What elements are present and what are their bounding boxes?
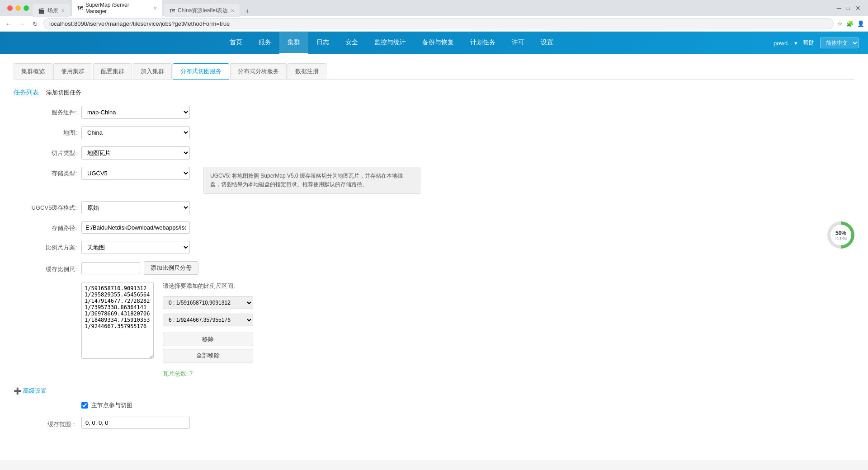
advanced-settings-section: ➕ 高级设置 主节点参与切图 缓存范围： [14,387,420,429]
tile-count: 瓦片总数: 7 [163,370,253,378]
storage-type-select[interactable]: UGCV5 [81,167,190,180]
ugcv5-format-label: UGCV5缓存格式: [14,201,77,212]
bookmark-icon[interactable]: ☆ [837,20,843,27]
window-maximize-icon[interactable]: □ [847,5,850,11]
ugcv5-format-select[interactable]: 原始 [81,201,190,214]
nav-item-home[interactable]: 首页 [222,32,250,54]
nav-item-settings[interactable]: 设置 [533,32,561,54]
storage-path-control [81,221,262,234]
storage-path-label: 存储路径: [14,221,77,232]
remove-all-button[interactable]: 全部移除 [163,349,253,362]
cached-scale-row: 缓存比例尺: 添加比例尺分母 [14,261,420,275]
progress-percent: 50% [835,230,846,236]
tile-count-label: 瓦片总数: [163,370,188,377]
range-end-row: 6 : 1/9244667.357955176 [163,314,253,326]
nav-right-panel: powd... ▾ 帮助 简体中文 [774,38,859,48]
remove-button[interactable]: 移除 [163,333,253,346]
scale-list-spacer [14,282,77,285]
forward-button[interactable]: → [17,19,27,29]
progress-ring: 50% ↑0.1K/s [827,221,854,249]
browser-tab-scene[interactable]: 🎬 场景 ✕ [33,4,70,17]
main-content: 集群概览 使用集群 配置集群 加入集群 分布式切图服务 分布式分析服务 数据注册… [0,54,868,460]
scale-right-panel: 请选择要添加的比例尺区间: 0 : 1/591658710.9091312 6 … [163,282,253,378]
map-select[interactable]: China [81,126,190,139]
nav-item-backup[interactable]: 备份与恢复 [414,32,462,54]
range-start-select[interactable]: 0 : 1/591658710.9091312 [163,296,253,309]
tab-label-scene: 场景 [47,7,58,14]
master-node-row: 主节点参与切图 [14,401,420,409]
advanced-settings-content: 主节点参与切图 缓存范围： [14,401,420,429]
ugcv5-format-row: UGCV5缓存格式: 原始 [14,201,420,214]
user-dropdown-icon: ▾ [794,40,797,47]
nav-item-log[interactable]: 日志 [308,32,337,54]
breadcrumb-link[interactable]: 任务列表 [14,89,39,97]
scale-list-textarea[interactable]: 1/591658710.9091312 1/295829355.45456564… [81,282,154,359]
profile-icon[interactable]: 👤 [857,20,864,27]
tab-close-iserver[interactable]: ✕ [153,6,157,11]
tab-close-china[interactable]: ✕ [231,8,234,13]
tab-analysis-service[interactable]: 分布式分析服务 [230,63,287,79]
scale-scheme-select[interactable]: 天地图 [81,241,190,254]
scale-list-container: 1/591658710.9091312 1/295829355.45456564… [81,282,253,378]
ugcv5-format-control: 原始 [81,201,262,214]
scale-scheme-row: 比例尺方案: 天地图 [14,241,420,254]
user-dropdown[interactable]: powd... ▾ [774,40,797,47]
window-minimize-icon[interactable]: ─ [837,5,841,12]
browser-min-btn[interactable] [15,5,21,11]
tab-close-scene[interactable]: ✕ [61,8,65,13]
add-scale-button[interactable]: 添加比例尺分母 [144,261,198,275]
extensions-icon[interactable]: 🧩 [846,20,854,27]
master-node-label: 主节点参与切图 [91,401,132,409]
cache-range-control [81,417,262,429]
window-close-icon[interactable]: ✕ [855,5,861,12]
slice-type-control: 地图瓦片 [81,146,262,160]
cache-range-input[interactable] [81,417,190,429]
tab-favicon-china: 🗺 [170,8,175,14]
progress-inner: 50% ↑0.1K/s [830,225,851,245]
cached-scale-label: 缓存比例尺: [14,263,77,273]
nav-item-services[interactable]: 服务 [250,32,279,54]
browser-tab-iserver[interactable]: 🗺 SuperMap iServer Manager ✕ [72,0,162,17]
service-component-select[interactable]: map-China [81,106,190,119]
progress-sublabel: ↑0.1K/s [835,236,847,240]
new-tab-button[interactable]: + [241,5,253,17]
storage-path-input[interactable] [81,221,190,234]
tab-data-registration[interactable]: 数据注册 [288,63,326,79]
service-component-control: map-China [81,106,262,119]
tab-tile-service[interactable]: 分布式切图服务 [173,63,229,80]
help-link[interactable]: 帮助 [803,39,815,47]
tab-favicon-iserver: 🗺 [77,5,83,11]
range-end-select[interactable]: 6 : 1/9244667.357955176 [163,314,253,326]
cached-scale-input[interactable] [81,262,140,274]
scale-list-row: 1/591658710.9091312 1/295829355.45456564… [14,282,420,378]
tab-label-iserver: SuperMap iServer Manager [85,2,151,14]
master-node-spacer [14,404,77,407]
tab-join-cluster[interactable]: 加入集群 [133,63,172,79]
tab-config-cluster[interactable]: 配置集群 [93,63,132,79]
browser-tab-bar: 🎬 场景 ✕ 🗺 SuperMap iServer Manager ✕ 🗺 Ch… [0,0,868,16]
back-button[interactable]: ← [4,19,14,29]
tab-use-cluster[interactable]: 使用集群 [53,63,92,79]
storage-type-control: UGCV5 [81,167,190,180]
storage-type-label: 存储类型: [14,167,77,178]
nav-menu: 首页 服务 集群 日志 安全 监控与统计 备份与恢复 计划任务 许可 设置 [9,32,774,54]
tab-cluster-overview[interactable]: 集群概览 [14,63,52,79]
service-component-label: 服务组件: [14,106,77,117]
slice-type-select[interactable]: 地图瓦片 [81,146,190,160]
address-bar: ← → ↻ ☆ 🧩 👤 [0,16,868,32]
nav-item-license[interactable]: 许可 [504,32,533,54]
browser-tab-china[interactable]: 🗺 China资源leaflet表达 ✕ [164,4,240,17]
nav-item-monitor[interactable]: 监控与统计 [366,32,414,54]
refresh-button[interactable]: ↻ [31,19,40,29]
nav-item-cluster[interactable]: 集群 [279,32,308,54]
url-input[interactable] [43,18,834,29]
nav-item-security[interactable]: 安全 [337,32,366,54]
map-row: 地图: China [14,126,420,139]
language-select[interactable]: 简体中文 [820,38,859,48]
browser-close-btn[interactable] [7,5,13,11]
range-start-row: 0 : 1/591658710.9091312 [163,296,253,309]
nav-item-schedule[interactable]: 计划任务 [462,32,504,54]
browser-max-btn[interactable] [24,5,29,11]
master-node-checkbox[interactable] [81,402,88,409]
advanced-settings-toggle[interactable]: ➕ 高级设置 [14,387,420,395]
